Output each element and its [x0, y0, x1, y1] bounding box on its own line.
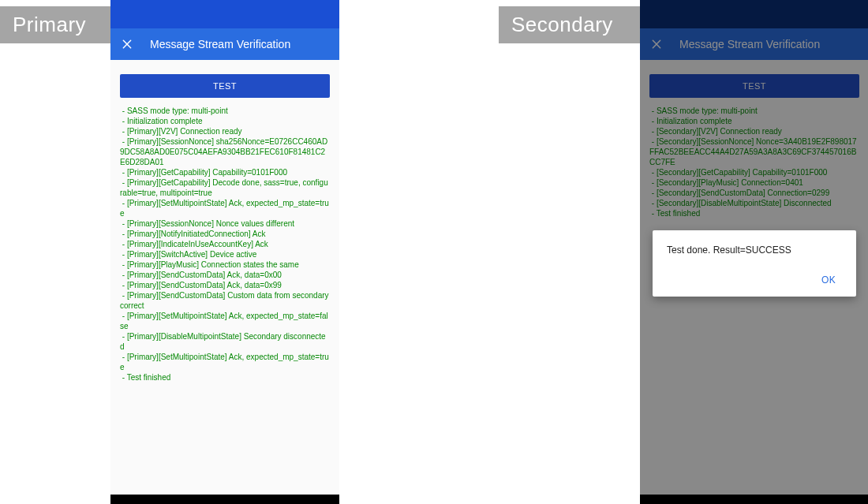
log-line: - [Primary][NotifyInitiatedConnection] A…	[120, 229, 330, 239]
log-line: - [Primary][GetCapability] Decode done, …	[120, 177, 330, 198]
log-line: - [Primary][SetMultipointState] Ack, exp…	[120, 311, 330, 331]
app-header: Message Stream Verification	[110, 28, 339, 60]
test-button[interactable]: TEST	[649, 74, 859, 98]
log-line: - [Secondary][PlayMusic] Connection=0401	[649, 177, 859, 188]
log-line: - SASS mode type: multi-point	[120, 106, 330, 116]
dialog-ok-button[interactable]: OK	[815, 270, 842, 290]
header-title: Message Stream Verification	[150, 38, 290, 50]
nav-bar	[640, 495, 868, 504]
nav-bar	[110, 495, 339, 504]
status-bar	[640, 0, 868, 28]
log-line: - [Primary][PlayMusic] Connection states…	[120, 259, 330, 270]
log-line: - [Secondary][SessionNonce] Nonce=3A40B1…	[649, 136, 859, 167]
comparison-stage: Primary Message Stream Verification TEST…	[0, 0, 868, 504]
log-line: - [Primary][SetMultipointState] Ack, exp…	[120, 198, 330, 218]
log-line: - [Primary][GetCapability] Capability=01…	[120, 167, 330, 177]
log-line: - [Primary][SwitchActive] Device active	[120, 249, 330, 259]
log-line: - [Primary][V2V] Connection ready	[120, 126, 330, 136]
app-header: Message Stream Verification	[640, 28, 868, 60]
log-line: - [Primary][SessionNonce] sha256Nonce=E0…	[120, 136, 330, 167]
log-line: - [Primary][SendCustomData] Ack, data=0x…	[120, 270, 330, 280]
label-primary: Primary	[0, 6, 110, 43]
log-line: - [Secondary][GetCapability] Capability=…	[649, 167, 859, 177]
log-line: - Test finished	[649, 208, 859, 218]
result-dialog: Test done. Result=SUCCESS OK	[653, 230, 856, 297]
header-title: Message Stream Verification	[679, 38, 820, 50]
log-line: - [Primary][SendCustomData] Ack, data=0x…	[120, 280, 330, 290]
log-line: - Test finished	[120, 372, 330, 383]
log-line: - [Primary][IndicateInUseAccountKey] Ack	[120, 239, 330, 249]
log-container: - SASS mode type: multi-point - Initiali…	[645, 103, 864, 495]
test-button[interactable]: TEST	[120, 74, 330, 98]
log-line: - [Secondary][DisableMultipointState] Di…	[649, 198, 859, 208]
log-line: - [Primary][SessionNonce] Nonce values d…	[120, 218, 330, 229]
log-line: - [Secondary][V2V] Connection ready	[649, 126, 859, 136]
log-line: - [Primary][DisableMultipointState] Seco…	[120, 331, 330, 352]
dialog-message: Test done. Result=SUCCESS	[667, 245, 842, 256]
primary-phone: Message Stream Verification TEST - SASS …	[110, 0, 339, 504]
close-icon[interactable]	[120, 37, 134, 51]
dialog-actions: OK	[667, 270, 842, 290]
secondary-phone: Message Stream Verification TEST - SASS …	[640, 0, 868, 504]
status-bar	[110, 0, 339, 28]
label-secondary: Secondary	[499, 6, 641, 43]
log-line: - [Primary][SetMultipointState] Ack, exp…	[120, 352, 330, 372]
log-container: - SASS mode type: multi-point - Initiali…	[115, 103, 335, 495]
log-line: - [Primary][SendCustomData] Custom data …	[120, 290, 330, 311]
log-line: - SASS mode type: multi-point	[649, 106, 859, 116]
log-line: - [Secondary][SendCustomData] Connection…	[649, 188, 859, 198]
log-line: - Initialization complete	[120, 116, 330, 126]
content-area: TEST - SASS mode type: multi-point - Ini…	[110, 60, 339, 495]
log-line: - Initialization complete	[649, 116, 859, 126]
close-icon[interactable]	[649, 37, 664, 51]
